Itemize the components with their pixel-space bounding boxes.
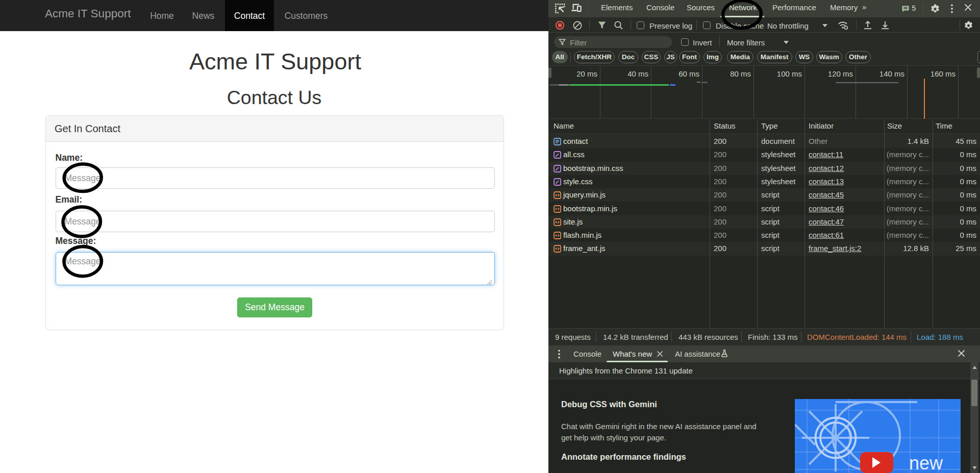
svg-text:new: new [909, 453, 943, 473]
